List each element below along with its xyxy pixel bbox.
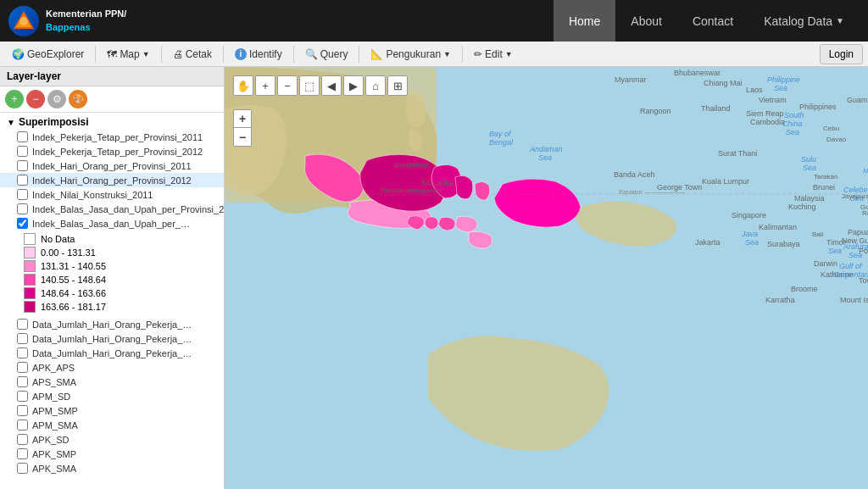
edit-dropdown-arrow: ▼ [505,50,513,58]
layer-item-l7[interactable]: Indek_Balas_Jasa_dan_Upah_per_Provinsi_2… [0,216,224,231]
map-zoom-rect-btn[interactable]: ⬚ [299,75,320,96]
layer-checkbox-extra-7[interactable] [17,420,28,431]
logo-text: Kementerian PPN/ Bappenas [46,8,126,34]
svg-text:Townsville: Townsville [859,276,868,285]
layer-item-l5[interactable]: Indek_Nilai_Konstruksi_2011 [0,187,224,202]
layer-item-extra-0[interactable]: Data_Jumlah_Hari_Orang_Pekerja_Harian_Le… [0,317,224,331]
map-prev-btn[interactable]: ◀ [321,75,342,96]
toolbar-query[interactable]: 🔍 Query [298,44,355,64]
svg-text:Thiruvananthapuram: Thiruvananthapuram [380,186,442,194]
group-label: Superimposisi [19,116,89,128]
layer-item-extra-5[interactable]: APM_SD [0,389,224,403]
map-grid-btn[interactable]: ⊞ [387,75,408,96]
layer-group-superimposisi: ▼ Superimposisi Indek_Pekerja_Tetap_per_… [0,113,224,317]
layer-checkbox-extra-2[interactable] [17,347,28,358]
zoom-controls: + − [233,109,252,147]
svg-text:Bengal: Bengal [489,138,514,147]
layer-group-header[interactable]: ▼ Superimposisi [0,114,224,130]
legend-label-0: 0.00 - 131.31 [41,247,96,258]
toolbar-edit[interactable]: ✏ Edit ▼ [467,44,520,64]
map-zoom-in-btn[interactable]: + [255,75,275,96]
top-navigation: Kementerian PPN/ Bappenas Home About Con… [0,0,868,42]
layer-item-l2[interactable]: Indek_Pekerja_Tetap_per_Provinsi_2012 [0,144,224,158]
toolbar-pengukuran[interactable]: 📐 Pengukuran ▼ [364,44,458,64]
layer-checkbox-extra-8[interactable] [17,434,28,445]
layer-item-extra-10[interactable]: APK_SMA [0,461,224,475]
map-pan-btn[interactable]: ✋ [233,75,253,96]
layer-item-extra-8[interactable]: APK_SD [0,432,224,447]
svg-text:Malaysia: Malaysia [794,194,825,203]
svg-text:Laos: Laos [746,86,763,94]
layer-checkbox-extra-6[interactable] [17,405,28,416]
legend-color-4 [24,301,36,313]
map-area[interactable]: Myanmar Bhubaneswar Philippine Sea Chian… [225,67,868,489]
layer-checkbox-l5[interactable] [17,189,28,200]
layer-item-extra-4[interactable]: APS_SMA [0,375,224,389]
layer-checkbox-l6[interactable] [17,203,28,214]
layer-item-extra-1[interactable]: Data_Jumlah_Hari_Orang_Pekerja_Harian_Le… [0,331,224,346]
layer-checkbox-extra-9[interactable] [17,448,28,459]
layer-checkbox-l1[interactable] [17,131,28,142]
layer-label-l3: Indek_Hari_Orang_per_Provinsi_2011 [32,161,192,171]
svg-text:Sea: Sea [828,247,842,255]
toolbar-identify[interactable]: i Identify [228,44,289,64]
svg-text:Surat Thani: Surat Thani [718,149,757,158]
layer-item-l1[interactable]: Indek_Pekerja_Tetap_per_Provinsi_2011 [0,130,224,144]
sidebar: Layer-layer + − ⚙ 🎨 ▼ Superimposisi Inde… [0,67,225,489]
legend-item-0: 0.00 - 131.31 [24,246,217,259]
map-svg: Myanmar Bhubaneswar Philippine Sea Chian… [225,67,868,489]
zoom-plus-btn[interactable]: + [233,109,252,128]
layer-checkbox-l3[interactable] [17,160,28,171]
sidebar-style-btn[interactable]: 🎨 [69,90,87,108]
svg-text:Vietnam: Vietnam [759,96,787,104]
layer-checkbox-extra-5[interactable] [17,391,28,402]
layer-item-extra-2[interactable]: Data_Jumlah_Hari_Orang_Pekerja_Harian_Le… [0,346,224,360]
layer-checkbox-l7[interactable] [17,218,28,229]
layer-checkbox-extra-0[interactable] [17,319,28,330]
layer-item-l4[interactable]: Indek_Hari_Orang_per_Provinsi_2012 [0,173,224,187]
toolbar-map[interactable]: 🗺 Map ▼ [100,44,156,64]
extra-layers: Data_Jumlah_Hari_Orang_Pekerja_Harian_Le… [0,317,224,475]
sidebar-add-btn[interactable]: + [5,90,24,108]
layer-checkbox-extra-4[interactable] [17,376,28,387]
svg-text:Java: Java [741,230,758,238]
toolbar-cetak[interactable]: 🖨 Cetak [166,44,219,64]
layer-item-extra-6[interactable]: APM_SMP [0,403,224,418]
layer-item-l3[interactable]: Indek_Hari_Orang_per_Provinsi_2011 [0,158,224,173]
legend-color-0 [24,247,36,258]
sidebar-remove-btn[interactable]: − [26,90,45,108]
nav-about[interactable]: About [615,0,677,42]
sidebar-settings-btn[interactable]: ⚙ [47,90,66,108]
logo-icon [8,6,39,36]
layer-label-l5: Indek_Nilai_Konstruksi_2011 [32,190,153,200]
legend-color-3 [24,287,36,299]
layer-checkbox-l2[interactable] [17,146,28,157]
layer-label-extra-10: APK_SMA [32,464,76,474]
layer-checkbox-extra-3[interactable] [17,362,28,373]
layer-item-l6[interactable]: Indek_Balas_Jasa_dan_Upah_per_Provinsi_2… [0,202,224,216]
pengukuran-icon: 📐 [370,48,383,60]
zoom-minus-btn[interactable]: − [233,128,252,147]
map-next-btn[interactable]: ▶ [343,75,364,96]
layer-checkbox-extra-10[interactable] [17,463,28,474]
nav-contact[interactable]: Contact [677,0,748,42]
svg-text:Kuala Lumpur: Kuala Lumpur [702,177,749,186]
layer-label-l7: Indek_Balas_Jasa_dan_Upah_per_Provinsi_2… [32,219,193,229]
svg-text:Sea: Sea [774,84,787,92]
login-button[interactable]: Login [820,44,863,64]
nav-home[interactable]: Home [554,0,615,42]
layer-checkbox-extra-1[interactable] [17,333,28,344]
layer-item-extra-9[interactable]: APK_SMP [0,447,224,461]
katalog-dropdown-arrow: ▼ [836,16,844,25]
layer-item-extra-7[interactable]: APM_SMA [0,418,224,432]
svg-text:Bali: Bali [812,231,824,238]
layer-checkbox-l4[interactable] [17,175,28,186]
map-zoom-out-btn[interactable]: − [277,75,298,96]
map-home-btn[interactable]: ⌂ [365,75,386,96]
svg-text:Bhubaneswar: Bhubaneswar [674,69,721,77]
toolbar-geoexplorer[interactable]: 🌍 GeoExplorer [5,44,91,64]
nav-katalog[interactable]: Katalog Data ▼ [748,0,860,42]
nav-links: Home About Contact Katalog Data ▼ [554,0,860,42]
cetak-icon: 🖨 [173,48,183,60]
layer-item-extra-3[interactable]: APK_APS [0,360,224,375]
